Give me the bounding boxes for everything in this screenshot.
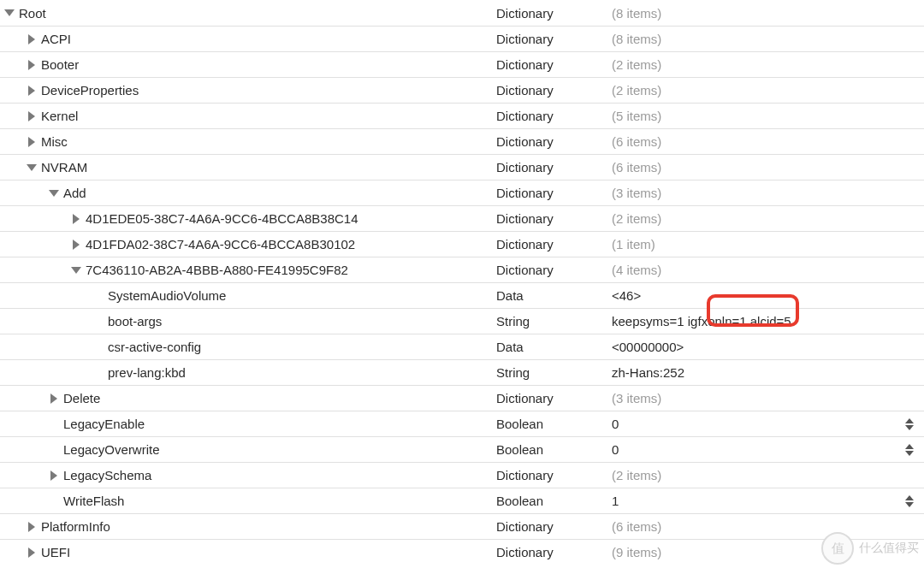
table-row[interactable]: LegacySchemaDictionary(2 items) [0, 462, 924, 488]
disclosure-closed-icon[interactable] [26, 136, 38, 148]
disclosure-open-icon[interactable] [70, 264, 82, 276]
type-cell[interactable]: Dictionary [496, 186, 612, 200]
key-label[interactable]: LegacyOverwrite [63, 442, 160, 457]
key-label[interactable]: csr-active-config [108, 340, 201, 354]
value-cell[interactable]: (2 items) [612, 83, 924, 98]
type-cell[interactable]: Dictionary [496, 32, 612, 46]
type-cell[interactable]: Dictionary [496, 468, 612, 482]
key-cell[interactable]: Add [0, 186, 496, 200]
key-label[interactable]: Root [19, 6, 46, 21]
key-cell[interactable]: SystemAudioVolume [0, 288, 496, 303]
key-label[interactable]: Delete [63, 391, 100, 405]
value-text[interactable]: (3 items) [612, 391, 661, 405]
value-text[interactable]: (8 items) [612, 32, 661, 46]
type-cell[interactable]: Dictionary [496, 57, 612, 72]
key-label[interactable]: prev-lang:kbd [108, 365, 186, 380]
value-cell[interactable]: <00000000> [612, 340, 924, 354]
value-cell[interactable]: 0 [612, 417, 924, 431]
key-cell[interactable]: prev-lang:kbd [0, 365, 496, 380]
value-text[interactable]: (1 item) [612, 237, 655, 251]
key-cell[interactable]: LegacyOverwrite [0, 442, 496, 457]
key-cell[interactable]: LegacySchema [0, 468, 496, 482]
key-label[interactable]: 7C436110-AB2A-4BBB-A880-FE41995C9F82 [86, 263, 348, 277]
key-cell[interactable]: UEFI [0, 545, 496, 559]
key-label[interactable]: WriteFlash [63, 494, 124, 508]
chevron-down-icon[interactable] [905, 502, 914, 507]
value-text[interactable]: (6 items) [612, 160, 661, 175]
value-cell[interactable]: (8 items) [612, 6, 924, 21]
table-row[interactable]: prev-lang:kbdStringzh-Hans:252 [0, 359, 924, 385]
disclosure-open-icon[interactable] [26, 162, 38, 174]
value-cell[interactable]: 0 [612, 442, 924, 457]
key-cell[interactable]: Booter [0, 57, 496, 72]
value-stepper[interactable] [902, 415, 917, 434]
table-row[interactable]: BooterDictionary(2 items) [0, 51, 924, 77]
value-text[interactable]: (2 items) [612, 468, 661, 482]
chevron-up-icon[interactable] [905, 418, 914, 423]
chevron-down-icon[interactable] [905, 451, 914, 456]
disclosure-closed-icon[interactable] [26, 521, 38, 533]
key-cell[interactable]: boot-args [0, 314, 496, 328]
key-cell[interactable]: 4D1FDA02-38C7-4A6A-9CC6-4BCCA8B30102 [0, 237, 496, 251]
value-text[interactable]: (5 items) [612, 109, 661, 123]
key-cell[interactable]: ACPI [0, 32, 496, 46]
value-cell[interactable]: (3 items) [612, 391, 924, 405]
chevron-down-icon[interactable] [905, 425, 914, 430]
value-cell[interactable]: (4 items) [612, 263, 924, 277]
value-text[interactable]: (9 items) [612, 545, 661, 559]
type-cell[interactable]: Dictionary [496, 6, 612, 21]
type-cell[interactable]: Dictionary [496, 263, 612, 277]
disclosure-closed-icon[interactable] [26, 547, 38, 559]
key-cell[interactable]: PlatformInfo [0, 519, 496, 534]
value-text[interactable]: (8 items) [612, 6, 661, 21]
key-label[interactable]: UEFI [41, 545, 70, 559]
value-text[interactable]: (6 items) [612, 519, 661, 534]
table-row[interactable]: PlatformInfoDictionary(6 items) [0, 513, 924, 539]
disclosure-closed-icon[interactable] [70, 239, 82, 251]
table-row[interactable]: MiscDictionary(6 items) [0, 128, 924, 154]
value-text[interactable]: <00000000> [612, 340, 684, 354]
table-row[interactable]: csr-active-configData<00000000> [0, 334, 924, 359]
value-text[interactable]: 0 [612, 442, 619, 457]
value-cell[interactable]: (6 items) [612, 134, 924, 149]
key-label[interactable]: LegacyEnable [63, 417, 145, 431]
table-row[interactable]: DeleteDictionary(3 items) [0, 385, 924, 411]
key-cell[interactable]: NVRAM [0, 160, 496, 175]
table-row[interactable]: 4D1FDA02-38C7-4A6A-9CC6-4BCCA8B30102Dict… [0, 231, 924, 257]
value-cell[interactable]: (6 items) [612, 519, 924, 534]
chevron-up-icon[interactable] [905, 444, 914, 449]
value-stepper[interactable] [902, 441, 917, 459]
key-label[interactable]: LegacySchema [63, 468, 151, 482]
key-cell[interactable]: Kernel [0, 109, 496, 123]
type-cell[interactable]: Dictionary [496, 160, 612, 175]
value-text[interactable]: (2 items) [612, 83, 661, 98]
value-cell[interactable]: (5 items) [612, 109, 924, 123]
value-text[interactable]: (4 items) [612, 263, 661, 277]
value-cell[interactable]: (2 items) [612, 57, 924, 72]
key-cell[interactable]: Delete [0, 391, 496, 405]
value-text[interactable]: <46> [612, 288, 641, 303]
key-label[interactable]: ACPI [41, 32, 71, 46]
type-cell[interactable]: Boolean [496, 442, 612, 457]
key-label[interactable]: Add [63, 186, 86, 200]
table-row[interactable]: AddDictionary(3 items) [0, 180, 924, 205]
type-cell[interactable]: Data [496, 288, 612, 303]
key-label[interactable]: 4D1FDA02-38C7-4A6A-9CC6-4BCCA8B30102 [86, 237, 355, 251]
key-label[interactable]: 4D1EDE05-38C7-4A6A-9CC6-4BCCA8B38C14 [86, 211, 358, 226]
table-row[interactable]: DevicePropertiesDictionary(2 items) [0, 77, 924, 103]
table-row[interactable]: 4D1EDE05-38C7-4A6A-9CC6-4BCCA8B38C14Dict… [0, 205, 924, 231]
value-cell[interactable]: (6 items) [612, 160, 924, 175]
table-row[interactable]: WriteFlashBoolean1 [0, 488, 924, 513]
type-cell[interactable]: Boolean [496, 417, 612, 431]
key-label[interactable]: SystemAudioVolume [108, 288, 226, 303]
value-text[interactable]: keepsyms=1 igfxonln=1 alcid=5 [612, 314, 791, 328]
key-cell[interactable]: csr-active-config [0, 340, 496, 354]
value-cell[interactable]: (1 item) [612, 237, 924, 251]
type-cell[interactable]: String [496, 314, 612, 328]
disclosure-open-icon[interactable] [48, 187, 60, 199]
value-cell[interactable]: (9 items) [612, 545, 924, 559]
value-text[interactable]: 0 [612, 417, 619, 431]
type-cell[interactable]: Dictionary [496, 109, 612, 123]
table-row[interactable]: KernelDictionary(5 items) [0, 103, 924, 128]
table-row[interactable]: NVRAMDictionary(6 items) [0, 154, 924, 180]
